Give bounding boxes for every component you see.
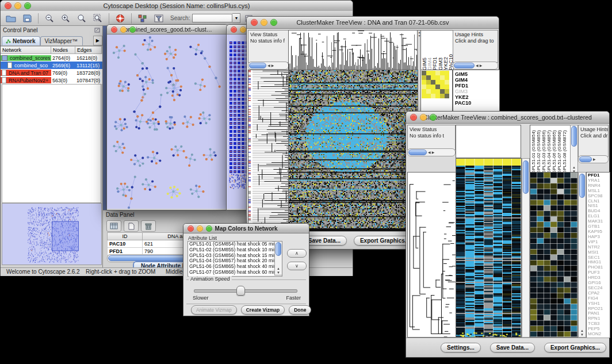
scroll-arrows[interactable]: ▲▼ bbox=[275, 267, 282, 275]
gene-label-list[interactable]: PFD1YRA1RNR4MSL1SPC98CLN1NIS1BUD4ELG1MAK… bbox=[586, 172, 610, 338]
move-down-button[interactable]: ∨ bbox=[287, 262, 307, 270]
zoom-vscrollbar[interactable]: ▲▼ bbox=[578, 172, 586, 338]
tab-network[interactable]: Network bbox=[2, 36, 40, 45]
zoom-button[interactable] bbox=[270, 19, 277, 26]
tab-vizmapper[interactable]: VizMapper™ bbox=[40, 36, 83, 45]
network-row[interactable]: DNA and Tran 07 769(0) 183728(0) bbox=[1, 69, 102, 76]
attr-col-id[interactable]: ID bbox=[107, 232, 143, 240]
heatmap-vscrollbar[interactable] bbox=[522, 158, 530, 338]
zoom-out-icon[interactable] bbox=[43, 13, 56, 24]
float-panel-icon[interactable] bbox=[94, 28, 100, 33]
column-label: GPL51-08 (GSM872) bbox=[562, 125, 567, 174]
col-network[interactable]: Network bbox=[1, 46, 51, 54]
toolbar-separator bbox=[131, 13, 132, 24]
row-dendrogram-canvas[interactable] bbox=[248, 70, 289, 232]
scroll-arrows[interactable]: ▲▼ bbox=[579, 329, 586, 337]
dialog-button[interactable]: Done bbox=[289, 305, 311, 315]
column-dendrogram-area[interactable] bbox=[456, 125, 521, 158]
tab-overflow-button[interactable]: ▶ bbox=[93, 36, 102, 45]
animation-slider-thumb[interactable] bbox=[236, 286, 245, 296]
dialog-button[interactable]: Create Vizmap bbox=[241, 305, 285, 315]
scroll-left-icon[interactable]: ◀ bbox=[267, 63, 271, 68]
row-dendrogram-canvas[interactable] bbox=[407, 172, 456, 338]
close-button[interactable] bbox=[111, 26, 117, 33]
zoom-button[interactable] bbox=[129, 26, 136, 33]
minimize-button[interactable] bbox=[120, 26, 127, 33]
scroll-thumb[interactable] bbox=[276, 242, 281, 256]
zoom-button[interactable] bbox=[430, 114, 437, 121]
scroll-right-icon[interactable]: ▶ bbox=[592, 156, 596, 162]
animation-slider-track[interactable] bbox=[194, 289, 297, 293]
help-lifering-icon[interactable] bbox=[113, 13, 127, 24]
view-status-hscrollbar[interactable]: ◀ ▶ bbox=[407, 148, 456, 156]
scroll-thumb[interactable] bbox=[408, 150, 427, 155]
treeview-button[interactable]: Settings... bbox=[441, 343, 481, 352]
close-button[interactable] bbox=[231, 26, 237, 33]
scroll-right-icon[interactable]: ▶ bbox=[271, 63, 275, 68]
treeview1-titlebar[interactable]: ClusterMaker TreeView : DNA and Tran 07-… bbox=[247, 17, 499, 29]
scroll-right-icon[interactable]: ▶ bbox=[431, 150, 435, 155]
minimize-button[interactable] bbox=[261, 19, 267, 26]
vizmapper-icon[interactable] bbox=[136, 13, 150, 24]
scroll-thumb[interactable] bbox=[249, 63, 266, 68]
usage-hints-hscrollbar[interactable]: ▶ bbox=[578, 155, 609, 163]
minimize-button[interactable] bbox=[420, 114, 427, 121]
close-button[interactable] bbox=[410, 114, 417, 121]
minimize-button[interactable] bbox=[240, 26, 246, 33]
scroll-thumb[interactable] bbox=[454, 63, 475, 68]
zoom-reset-icon[interactable] bbox=[75, 13, 89, 24]
global-heatmap-canvas[interactable] bbox=[456, 158, 522, 338]
zoom-button[interactable] bbox=[206, 225, 212, 232]
global-heatmap-canvas[interactable] bbox=[288, 70, 418, 232]
scroll-thumb[interactable] bbox=[571, 126, 577, 147]
col-nodes[interactable]: Nodes bbox=[51, 46, 75, 54]
new-attribute-icon[interactable] bbox=[124, 220, 139, 232]
delete-attribute-icon[interactable] bbox=[141, 220, 156, 232]
open-session-button[interactable] bbox=[4, 13, 18, 24]
search-dropdown-arrow[interactable]: ▼ bbox=[232, 13, 240, 23]
attribute-item[interactable]: GPL51-07 (GSM868) heat shock 60 min bbox=[188, 270, 282, 275]
scroll-thumb[interactable] bbox=[579, 156, 592, 162]
col-edges[interactable]: Edges bbox=[75, 46, 102, 54]
zoom-matrix-canvas[interactable] bbox=[421, 70, 451, 100]
network-overview-canvas[interactable] bbox=[2, 203, 102, 265]
search-input[interactable] bbox=[192, 14, 232, 22]
zoom-heatmap-canvas[interactable] bbox=[530, 172, 578, 338]
minimize-button[interactable] bbox=[197, 225, 203, 232]
zoom-button[interactable] bbox=[24, 2, 31, 9]
scroll-right-icon[interactable]: ▶ bbox=[479, 63, 483, 68]
scroll-thumb[interactable] bbox=[523, 160, 529, 194]
attribute-list-vscrollbar[interactable]: ▲▼ bbox=[274, 242, 282, 275]
network-row[interactable]: combined_sco 2569(6) 13112(15) bbox=[1, 62, 102, 69]
treeview-button[interactable]: Export Graphics... bbox=[544, 343, 606, 352]
column-dendrogram-canvas[interactable] bbox=[288, 30, 418, 71]
scroll-left-icon[interactable]: ◀ bbox=[475, 63, 479, 68]
close-button[interactable] bbox=[251, 19, 258, 26]
dialog-titlebar[interactable]: Map Colors to Network bbox=[183, 224, 309, 233]
scroll-thumb[interactable] bbox=[579, 174, 585, 198]
network-view-window: combined_scores_good.txt--cluste... bbox=[106, 24, 228, 210]
network-view-titlebar[interactable]: combined_scores_good.txt--cluste... bbox=[107, 25, 228, 35]
scroll-left-icon[interactable]: ◀ bbox=[427, 150, 431, 155]
attribute-list[interactable]: GPL51-01 (GSM854) heat shock 05 minGPL51… bbox=[188, 241, 282, 277]
network-canvas[interactable] bbox=[107, 35, 227, 209]
treeview-button[interactable]: Save Data... bbox=[490, 343, 535, 352]
usage-hints-hscrollbar[interactable]: ◀ ▶ bbox=[453, 62, 498, 70]
network-row[interactable]: RNAPuberNov2+ 563(0) 107847(0) bbox=[1, 76, 102, 84]
filter-icon[interactable] bbox=[152, 13, 166, 24]
zoom-in-icon[interactable] bbox=[59, 13, 72, 24]
gene-label: GIM5 bbox=[455, 71, 499, 77]
save-session-button[interactable] bbox=[20, 13, 34, 24]
main-titlebar[interactable]: Cytoscape Desktop (Session Name: collins… bbox=[1, 1, 353, 12]
view-status-hscrollbar[interactable]: ◀ ▶ bbox=[248, 62, 289, 70]
minimize-button[interactable] bbox=[14, 2, 21, 9]
close-button[interactable] bbox=[188, 225, 194, 232]
move-up-button[interactable]: ∧ bbox=[287, 249, 307, 258]
column-labels-vscrollbar[interactable]: ▲▼ bbox=[570, 125, 578, 174]
select-attributes-icon[interactable] bbox=[106, 220, 121, 232]
treeview2-titlebar[interactable]: ClusterMaker TreeView : combined_scores_… bbox=[406, 112, 609, 124]
close-button[interactable] bbox=[5, 2, 12, 9]
zoom-fit-icon[interactable] bbox=[91, 13, 105, 24]
dialog-button[interactable]: Animate Vizmap bbox=[191, 305, 237, 315]
network-row[interactable]: combined_scores 2764(0) 16218(0) bbox=[1, 54, 102, 62]
